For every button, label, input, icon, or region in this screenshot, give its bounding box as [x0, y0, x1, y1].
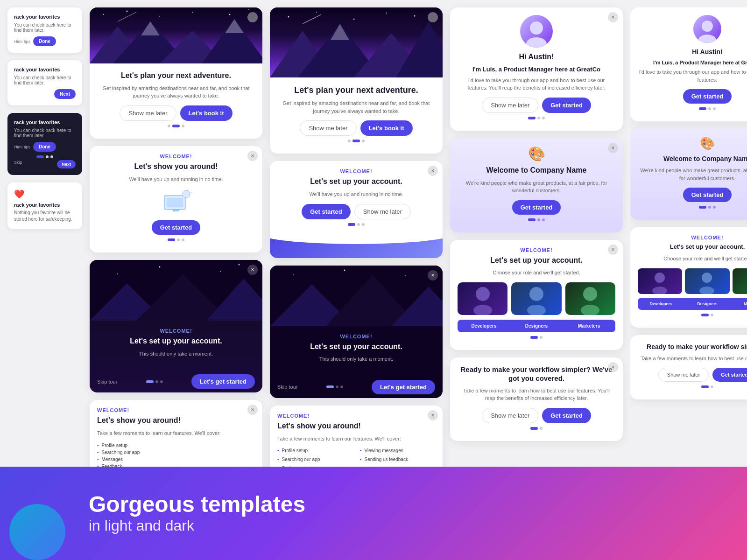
close-btn-hi-austin[interactable]: ×: [608, 12, 618, 22]
get-started-company-partial[interactable]: Get started: [683, 188, 732, 202]
role-title: Let's set up your account.: [458, 256, 615, 266]
role-market-label-partial[interactable]: Marketers: [731, 298, 747, 310]
show-me-later-workflow[interactable]: Show me later: [482, 408, 538, 423]
role-design-partial[interactable]: [685, 268, 729, 294]
column-2: ×: [90, 7, 262, 467]
dot-1-1: [168, 125, 170, 127]
list-text-3: Messages: [102, 457, 123, 462]
company-content: 🎨 Welcome to Company Name We're kind peo…: [450, 138, 623, 232]
svg-point-50: [476, 287, 490, 301]
show-around-desc: Take a few moments to learn our features…: [97, 429, 255, 437]
show-me-later-wfp[interactable]: Show me later: [658, 368, 709, 382]
skip-tour-link-2[interactable]: Skip tour: [277, 384, 297, 390]
done-button-1[interactable]: Done: [33, 36, 56, 46]
show-around-twocol-content: WELCOME! Let's show you around! Take a f…: [270, 406, 443, 467]
dot-au-2: [537, 117, 540, 119]
get-started-austin[interactable]: Get started: [542, 98, 591, 113]
workflow-card: × Ready to make your workflow simpler? W…: [450, 357, 623, 441]
svg-point-2: [127, 11, 128, 12]
welcome-label-show: WELCOME!: [97, 154, 255, 159]
close-btn-workflow[interactable]: ×: [608, 362, 618, 372]
get-started-wfp[interactable]: Get started: [712, 368, 747, 382]
twocol-title: Let's show you around!: [277, 421, 435, 431]
hide-tips-link-1[interactable]: Hide tips: [14, 39, 30, 44]
svg-point-33: [386, 13, 387, 14]
role-design-label-partial[interactable]: Designers: [684, 298, 730, 310]
workflow-content: Ready to make your workflow simpler? We'…: [450, 357, 623, 441]
done-button-3[interactable]: Done: [33, 142, 56, 152]
book-lg[interactable]: Let's book it: [360, 120, 413, 136]
show-later-lg[interactable]: Show me later: [300, 120, 356, 136]
hi-austin-greeting: Hi Austin!: [458, 52, 615, 62]
setup-partial-welcome: WELCOME!: [638, 235, 747, 240]
favorites-card-4: ❤️ rack your favorites Nothing you favor…: [7, 182, 82, 229]
dot-co-2: [537, 218, 540, 221]
show-later-btn-1[interactable]: Show me later: [120, 105, 176, 121]
book-btn-1[interactable]: Let's book it: [180, 105, 233, 121]
get-started-acct[interactable]: Get started: [302, 204, 351, 219]
get-started-workflow[interactable]: Get started: [542, 408, 591, 423]
close-btn-role[interactable]: ×: [608, 245, 618, 255]
workflow-partial-title: Ready to make your workflow simpler?: [638, 343, 747, 351]
role-market-partial[interactable]: [733, 268, 747, 294]
favorites-title-2: rack your favorites: [14, 67, 76, 72]
skip-link-3[interactable]: Skip: [14, 160, 22, 168]
svg-point-18: [183, 190, 190, 198]
lets-get-started-mtn[interactable]: Let's get started: [372, 380, 435, 394]
role-welcome: WELCOME!: [458, 247, 615, 253]
next-button-1[interactable]: Next: [54, 89, 76, 99]
dots-austin: [458, 117, 615, 119]
dots-workflow-partial: [638, 385, 747, 388]
favorites-card-2: rack your favorites You can check back h…: [7, 60, 82, 105]
setup-acct-welcome: WELCOME!: [277, 168, 435, 174]
close-button-adventure-light[interactable]: ×: [247, 12, 258, 22]
get-started-austin-partial[interactable]: Get started: [683, 89, 732, 104]
hi-austin-subtitle: I'm Luis, a Product Manager here at Grea…: [458, 66, 615, 73]
role-dev-partial[interactable]: [638, 268, 682, 294]
dot-1-2: [172, 125, 180, 127]
get-started-btn-show[interactable]: Get started: [152, 220, 201, 235]
skip-tour-link-dark[interactable]: Skip tour: [97, 379, 117, 385]
welcome-show-desc: We'll have you up and running in no time…: [97, 175, 255, 183]
tcl-1: Profile setup: [277, 448, 352, 453]
role-label-bar: Developers Designers Marketers: [458, 320, 615, 332]
list-item-1: Profile setup: [97, 443, 255, 448]
dot-cp-1: [699, 206, 706, 209]
role-card-design[interactable]: [511, 282, 561, 315]
role-card-market[interactable]: [565, 282, 615, 315]
dot-cp-2: [708, 206, 711, 209]
dot-cp-3: [713, 206, 716, 209]
role-card-dev[interactable]: [458, 282, 507, 315]
role-cards-container: [458, 282, 615, 315]
company-welcome-card: × 🎨 Welcome to Company Name We're kind p…: [450, 138, 623, 232]
close-btn-dark-mtn[interactable]: ×: [428, 270, 438, 280]
close-btn-company[interactable]: ×: [608, 143, 618, 153]
close-btn-twocol[interactable]: ×: [428, 410, 438, 420]
close-btn-setup-dark[interactable]: ×: [247, 265, 258, 275]
next-button-3[interactable]: Next: [57, 160, 76, 168]
column-1: rack your favorites You can check back h…: [7, 7, 82, 467]
adventure-title-lg: Let's plan your next adventure.: [277, 85, 435, 96]
role-dev-label-partial[interactable]: Developers: [638, 298, 684, 310]
dot-dk-2: [155, 380, 158, 383]
role-market-label[interactable]: Marketers: [563, 320, 615, 332]
dot-ro-1: [530, 336, 538, 339]
close-btn-adv-lg[interactable]: ×: [428, 12, 438, 22]
show-me-later-acct[interactable]: Show me later: [354, 204, 411, 219]
workflow-partial-content: Ready to make your workflow simpler? Tak…: [630, 335, 747, 400]
banner-subtitle: in light and dark: [89, 517, 305, 534]
dot-ws-2: [177, 238, 180, 241]
lets-get-started-btn-dark[interactable]: Let's get started: [191, 374, 255, 389]
show-me-later-austin[interactable]: Show me later: [482, 98, 538, 113]
dot-ap-1: [699, 107, 706, 110]
role-dev-label[interactable]: Developers: [458, 320, 510, 332]
adventure-content-1: Let's plan your next adventure. Get insp…: [90, 63, 262, 139]
hi-austin-partial-card: Hi Austin! I'm Luis, a Product Manager h…: [630, 7, 747, 121]
svg-point-49: [526, 37, 547, 48]
workflow-partial-actions: Show me later Get started: [638, 368, 747, 382]
role-design-label[interactable]: Designers: [510, 320, 563, 332]
hide-tips-link-3[interactable]: Hide tips: [14, 145, 30, 149]
svg-point-60: [702, 273, 712, 283]
close-btn-welcome-show[interactable]: ×: [247, 151, 258, 161]
get-started-company[interactable]: Get started: [512, 200, 561, 215]
